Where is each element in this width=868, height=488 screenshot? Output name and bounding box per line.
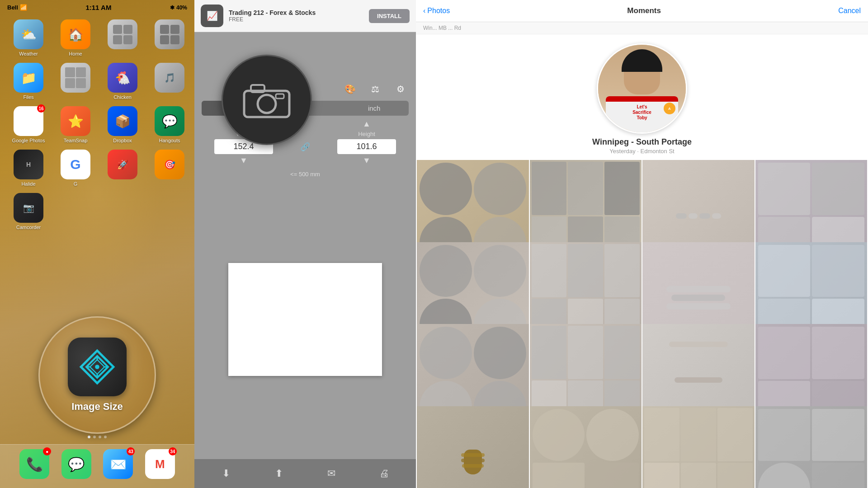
app-r3[interactable]: 🚀 <box>102 150 143 187</box>
dock-gmail[interactable]: M 34 <box>145 449 175 479</box>
time-display: 1:11 AM <box>85 4 111 11</box>
print-icon[interactable]: 🖨 <box>375 465 393 483</box>
height-down-arrow[interactable]: ▼ <box>363 156 371 165</box>
photos-back-label: Photos <box>427 7 450 15</box>
photos-cancel-button[interactable]: Cancel <box>838 7 861 15</box>
wifi-icon: 📶 <box>20 4 27 11</box>
ad-subtitle: FREE <box>229 16 363 23</box>
mail-icon[interactable]: ✉ <box>322 465 340 483</box>
back-chevron-icon: ‹ <box>423 7 425 15</box>
height-up-arrow[interactable]: ▲ <box>363 119 371 129</box>
share-icon[interactable]: ⬆ <box>270 465 288 483</box>
width-down-arrow[interactable]: ▼ <box>240 156 248 165</box>
app-folder1[interactable] <box>102 19 143 56</box>
svg-marker-0 <box>81 351 113 383</box>
unit-inch[interactable]: inch <box>340 101 409 116</box>
app-folder2[interactable] <box>149 19 190 56</box>
dock-phone[interactable]: 📞 ● <box>19 449 49 479</box>
location-sub: Yesterday · Edmonton St <box>609 148 674 155</box>
photo-cell[interactable] <box>530 406 642 488</box>
dock-messages[interactable]: 💬 <box>61 449 91 479</box>
install-button[interactable]: INSTALL <box>369 9 410 23</box>
camera-svg-icon <box>242 80 292 120</box>
sliders-tool[interactable]: ⚖ <box>367 81 383 97</box>
ad-app-icon: 📈 <box>201 5 223 27</box>
app-misc1[interactable] <box>55 63 96 100</box>
photo-cell[interactable] <box>755 406 868 488</box>
battery-label: 40% <box>176 5 187 11</box>
status-bar: Bell 📶 1:11 AM ✱ 40% <box>0 0 194 13</box>
status-right: ✱ 40% <box>170 5 187 11</box>
app-halide[interactable]: H Halide <box>8 150 49 187</box>
image-size-app-panel: 📈 Trading 212 - Forex & Stocks FREE INST… <box>194 0 416 488</box>
app-google[interactable]: G G <box>55 150 96 187</box>
page-dot-3[interactable] <box>99 436 101 438</box>
canvas-area <box>194 179 416 459</box>
svg-marker-1 <box>86 356 108 378</box>
image-size-icon[interactable] <box>68 338 127 396</box>
diamond-icon <box>79 349 115 385</box>
ad-info: Trading 212 - Forex & Stocks FREE <box>229 9 363 23</box>
ad-title: Trading 212 - Forex & Stocks <box>229 9 363 16</box>
magnified-label: Image Size <box>71 401 123 413</box>
app-teamsnap[interactable]: ⭐ TeamSnap <box>55 106 96 143</box>
app-weather[interactable]: ⛅ Weather <box>8 19 49 56</box>
photo-grid: ♥ <box>416 159 868 488</box>
app-chicken[interactable]: 🐔 Chicken <box>102 63 143 100</box>
app-dropbox[interactable]: 📦 Dropbox <box>102 106 143 143</box>
photos-back-button[interactable]: ‹ Photos <box>423 7 450 15</box>
carrier-label: Bell <box>7 4 18 11</box>
white-canvas <box>228 263 382 376</box>
size-limit: <= 500 mm <box>194 169 416 179</box>
magnified-app-circle: Image Size <box>38 316 156 434</box>
photo-cell[interactable] <box>417 406 529 488</box>
page-dots <box>0 436 194 438</box>
app-gphotos[interactable]: ⊕ 16 Google Photos <box>8 106 49 143</box>
photo-cell[interactable] <box>642 406 755 488</box>
app-hangouts[interactable]: 💬 Hangouts <box>149 106 190 143</box>
profile-circle: Let'sSacrificeToby A <box>597 43 687 134</box>
status-left: Bell 📶 <box>7 4 27 11</box>
page-dot-2[interactable] <box>93 436 96 438</box>
profile-section: Let'sSacrificeToby A Winnipeg - South Po… <box>416 34 868 159</box>
height-label: Height <box>358 131 375 137</box>
photos-header: ‹ Photos Moments Cancel <box>416 0 868 22</box>
height-input[interactable] <box>337 139 396 154</box>
ad-banner: 📈 Trading 212 - Forex & Stocks FREE INST… <box>194 0 416 32</box>
photos-panel: ‹ Photos Moments Cancel Win... MB ... Rd <box>416 0 868 488</box>
page-dot-1[interactable] <box>88 436 90 438</box>
camera-magnified-circle <box>222 55 312 145</box>
phone-panel: Bell 📶 1:11 AM ✱ 40% ⛅ Weather 🏠 Home <box>0 0 194 488</box>
bt-icon: ✱ <box>170 5 175 11</box>
download-icon[interactable]: ⬇ <box>217 465 235 483</box>
dimension-row: ▲ Width ▼ 🔗 ▲ Height ▼ <box>194 116 416 169</box>
page-dot-4[interactable] <box>104 436 107 438</box>
svg-rect-10 <box>276 94 284 99</box>
bottom-toolbar: ⬇ ⬆ ✉ 🖨 <box>194 459 416 488</box>
dock-mail[interactable]: ✉️ 43 <box>103 449 133 479</box>
palette-tool[interactable]: 🎨 <box>342 81 358 97</box>
link-icon[interactable]: 🔗 <box>298 140 312 154</box>
app-r4[interactable]: 🎯 <box>149 150 190 187</box>
settings-tool[interactable]: ⚙ <box>392 81 409 97</box>
photos-title: Moments <box>450 6 838 15</box>
app-grid: ⛅ Weather 🏠 Home <box>0 15 194 235</box>
dock: 📞 ● 💬 ✉️ 43 M 34 <box>0 444 194 488</box>
app-files[interactable]: 📁 Files <box>8 63 49 100</box>
location-name: Winnipeg - South Portage <box>592 137 692 147</box>
app-misc2[interactable]: 🎵 <box>149 63 190 100</box>
app-camcorder[interactable]: 📷 Camcorder <box>8 193 49 230</box>
height-group: ▲ Height ▼ <box>337 119 396 165</box>
svg-point-2 <box>95 365 99 369</box>
storage-bar: Win... MB ... Rd <box>416 22 868 34</box>
svg-point-8 <box>258 95 276 113</box>
app-home[interactable]: 🏠 Home <box>55 19 96 56</box>
